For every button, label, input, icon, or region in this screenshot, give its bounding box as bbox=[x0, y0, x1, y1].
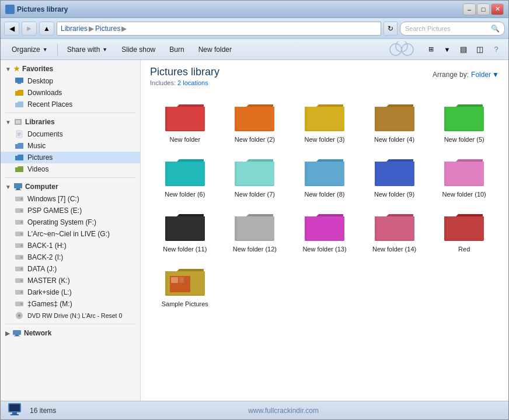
file-item[interactable]: New folder (11) bbox=[150, 203, 220, 258]
svg-point-29 bbox=[20, 279, 23, 282]
close-button[interactable]: ✕ bbox=[491, 4, 504, 15]
sidebar-item-drive-f[interactable]: Operating System (F:) bbox=[1, 216, 140, 228]
sidebar-item-drive-m[interactable]: ‡Games‡ (M:) bbox=[1, 298, 140, 310]
folder-name: New folder (8) bbox=[304, 191, 344, 198]
up-button[interactable]: ▲ bbox=[39, 22, 54, 36]
sidebar-item-pictures[interactable]: Pictures bbox=[1, 152, 140, 163]
search-box[interactable]: Search Pictures 🔍 bbox=[400, 22, 505, 36]
drive-e-icon bbox=[15, 206, 24, 215]
file-item[interactable]: New folder (5) bbox=[429, 93, 499, 148]
sidebar-item-documents[interactable]: Documents bbox=[1, 128, 140, 140]
title-bar-left: Pictures library bbox=[5, 5, 68, 14]
breadcrumb-pictures[interactable]: Pictures bbox=[95, 24, 120, 33]
recent-places-icon bbox=[15, 100, 24, 108]
drive-h-label: BACK-1 (H:) bbox=[27, 242, 67, 250]
libraries-triangle-icon: ▼ bbox=[5, 119, 11, 125]
file-item[interactable]: New folder (6) bbox=[150, 148, 220, 203]
file-item[interactable]: New folder (14) bbox=[360, 203, 430, 258]
sidebar-item-downloads[interactable]: Downloads bbox=[1, 87, 140, 99]
burn-label: Burn bbox=[169, 46, 184, 54]
sidebar-item-drive-e[interactable]: PSP GAMES (E:) bbox=[1, 205, 140, 216]
file-item[interactable]: New folder (8) bbox=[290, 148, 360, 203]
drive-n-icon bbox=[15, 312, 24, 320]
library-info: Pictures library Includes: 2 locations bbox=[150, 66, 219, 86]
drive-icon bbox=[15, 195, 24, 203]
includes-label: Includes: bbox=[150, 79, 176, 86]
file-item[interactable]: New folder (7) bbox=[220, 148, 290, 203]
svg-rect-12 bbox=[16, 188, 20, 190]
status-computer-icon bbox=[8, 402, 26, 419]
back-button[interactable]: ◀ bbox=[4, 22, 19, 36]
favorites-header[interactable]: ▼ ★ Favorites bbox=[1, 62, 140, 75]
computer-icon bbox=[13, 183, 23, 191]
libraries-section: ▼ Libraries Documents Music Pictures bbox=[1, 116, 140, 175]
folder-icon bbox=[164, 99, 206, 134]
file-item[interactable]: New folder (4) bbox=[360, 93, 430, 148]
sidebar-item-desktop[interactable]: Desktop bbox=[1, 75, 140, 87]
network-section: ▶ Network bbox=[1, 327, 140, 340]
locations-link[interactable]: 2 locations bbox=[177, 79, 208, 86]
folder-name: New folder (5) bbox=[444, 136, 484, 143]
status-computer: 16 items bbox=[8, 402, 56, 419]
libraries-label: Libraries bbox=[25, 118, 55, 126]
maximize-button[interactable]: □ bbox=[477, 4, 490, 15]
organize-button[interactable]: Organize ▼ bbox=[5, 41, 54, 58]
folder-name: New folder (12) bbox=[233, 246, 277, 253]
refresh-button[interactable]: ↻ bbox=[384, 22, 398, 36]
folder-name: New folder (14) bbox=[372, 246, 416, 253]
sidebar-item-drive-i[interactable]: BACK-2 (I:) bbox=[1, 251, 140, 263]
file-item[interactable]: New folder (13) bbox=[290, 203, 360, 258]
sidebar-item-drive-g[interactable]: L'Arc~en~Ciel in LIVE (G:) bbox=[1, 228, 140, 240]
svg-rect-4 bbox=[18, 83, 21, 84]
sidebar-item-recent-places[interactable]: Recent Places bbox=[1, 99, 140, 110]
view-icons: ⊞ ▼ ▤ ◫ ? bbox=[387, 41, 504, 58]
sidebar-item-drive-j[interactable]: DATA (J:) bbox=[1, 263, 140, 275]
videos-label: Videos bbox=[27, 165, 48, 173]
organize-chevron-icon: ▼ bbox=[43, 47, 48, 52]
sidebar-item-drive-h[interactable]: BACK-1 (H:) bbox=[1, 240, 140, 251]
file-item[interactable]: New folder (9) bbox=[360, 148, 430, 203]
share-with-button[interactable]: Share with ▼ bbox=[61, 41, 114, 58]
sidebar-item-drive-c[interactable]: Windows [7] (C:) bbox=[1, 193, 140, 205]
burn-button[interactable]: Burn bbox=[163, 41, 190, 58]
extra-large-icons-button[interactable]: ⊞ bbox=[423, 43, 438, 57]
network-header[interactable]: ▶ Network bbox=[1, 327, 140, 340]
search-icon[interactable]: 🔍 bbox=[491, 24, 500, 33]
computer-header[interactable]: ▼ Computer bbox=[1, 180, 140, 193]
folder-icon bbox=[304, 208, 346, 243]
sidebar-item-drive-n[interactable]: DVD RW Drive (N:) L'Arc - Reset 0 bbox=[1, 310, 140, 321]
breadcrumb-libraries[interactable]: Libraries bbox=[61, 24, 88, 33]
drive-i-icon bbox=[15, 253, 24, 261]
view-decoration bbox=[387, 41, 422, 58]
file-item[interactable]: Sample Pictures bbox=[150, 258, 220, 313]
file-item[interactable]: Red bbox=[429, 203, 499, 258]
view-options-button[interactable]: ▼ bbox=[440, 43, 455, 57]
preview-pane-button[interactable]: ◫ bbox=[472, 43, 487, 57]
drive-l-icon bbox=[15, 288, 24, 296]
file-item[interactable]: New folder (10) bbox=[429, 148, 499, 203]
sidebar-item-music[interactable]: Music bbox=[1, 140, 140, 152]
downloads-folder-icon bbox=[15, 89, 24, 97]
forward-button[interactable]: ▶ bbox=[22, 22, 37, 36]
file-item[interactable]: New folder (3) bbox=[290, 93, 360, 148]
drive-j-icon bbox=[15, 265, 24, 273]
arrange-by: Arrange by: Folder ▼ bbox=[433, 66, 499, 79]
file-area: Pictures library Includes: 2 locations A… bbox=[141, 60, 508, 401]
svg-rect-3 bbox=[15, 78, 23, 83]
help-button[interactable]: ? bbox=[489, 43, 504, 57]
address-path[interactable]: Libraries ▶ Pictures ▶ bbox=[57, 22, 381, 36]
minimize-button[interactable]: – bbox=[463, 4, 476, 15]
new-folder-button[interactable]: New folder bbox=[192, 41, 238, 58]
file-item[interactable]: New folder (12) bbox=[220, 203, 290, 258]
sidebar-item-drive-k[interactable]: MASTER (K:) bbox=[1, 275, 140, 286]
slideshow-button[interactable]: Slide show bbox=[115, 41, 162, 58]
details-pane-button[interactable]: ▤ bbox=[456, 43, 471, 57]
sidebar-item-videos[interactable]: Videos bbox=[1, 163, 140, 175]
arrange-by-folder-button[interactable]: Folder ▼ bbox=[471, 71, 499, 79]
favorites-section: ▼ ★ Favorites Desktop Downloads Recent P… bbox=[1, 62, 140, 110]
sidebar-item-drive-l[interactable]: Dark+side (L:) bbox=[1, 286, 140, 298]
libraries-header[interactable]: ▼ Libraries bbox=[1, 116, 140, 128]
file-item[interactable]: New folder bbox=[150, 93, 220, 148]
file-item[interactable]: New folder (2) bbox=[220, 93, 290, 148]
library-subtitle: Includes: 2 locations bbox=[150, 79, 219, 86]
